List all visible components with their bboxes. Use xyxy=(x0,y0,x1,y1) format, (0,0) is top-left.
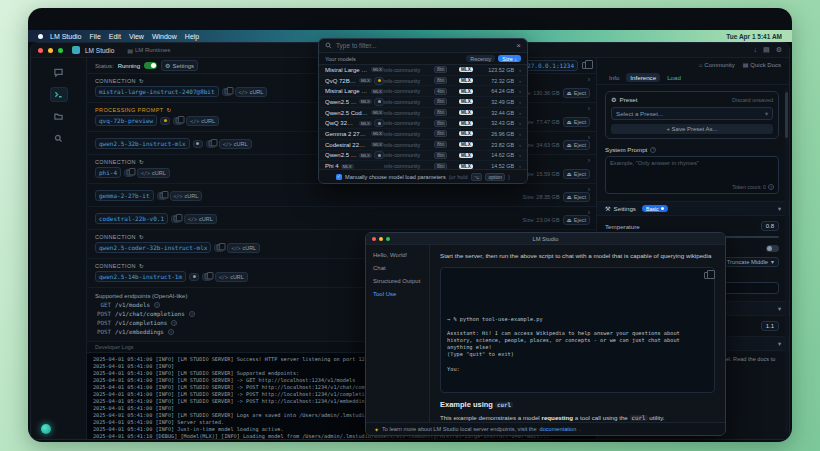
refresh-icon[interactable]: ↻ xyxy=(139,263,144,269)
minimize-window-button[interactable] xyxy=(48,48,53,53)
model-id-chip[interactable]: qwen2.5-32b-instruct-mlx xyxy=(95,138,190,149)
refresh-icon[interactable]: ↻ xyxy=(139,234,144,240)
model-list-item[interactable]: Qwen2.5 14B Instruct 1M MLX mlx-communit… xyxy=(319,151,527,162)
my-models-tab-icon[interactable] xyxy=(50,109,68,124)
settings-section-header[interactable]: ⚒ Settings Basic ▾ xyxy=(597,201,789,216)
menubar-item[interactable]: Edit xyxy=(109,33,121,40)
model-list-item[interactable]: Qwen2.5 Coder 32B Instruct MLX MLX mlx-c… xyxy=(319,108,527,119)
info-icon[interactable]: ? xyxy=(154,302,160,308)
limit-response-length-toggle[interactable] xyxy=(766,245,779,252)
chevron-down-icon[interactable]: ▾ xyxy=(778,305,781,312)
model-id-chip[interactable]: mistral-large-instruct-2407@8bit xyxy=(95,86,219,97)
server-status-indicator[interactable] xyxy=(41,424,51,434)
curl-button[interactable]: </> cURL xyxy=(235,87,268,97)
model-id-chip[interactable]: qvq-72b-preview xyxy=(95,115,157,126)
curl-button[interactable]: </> cURL xyxy=(137,168,170,178)
model-list-item[interactable]: Phi 4 MLX mlx-community 8bit MLX 14.52 G… xyxy=(319,161,527,169)
zoom-window-button[interactable] xyxy=(58,48,63,53)
docs-titlebar[interactable]: LM Studio xyxy=(366,233,725,245)
gear-icon[interactable]: ⚙ xyxy=(776,46,782,54)
server-settings-button[interactable]: ⚙ Settings xyxy=(161,60,198,71)
temperature-value[interactable]: 0.8 xyxy=(761,221,779,231)
developer-tab-icon[interactable] xyxy=(50,87,68,102)
curl-button[interactable]: </> cURL xyxy=(215,272,248,282)
basic-mode-toggle[interactable]: Basic xyxy=(642,205,668,212)
model-id-chip[interactable]: qwen2.5-coder-32b-instruct-mlx xyxy=(95,242,211,253)
refresh-icon[interactable]: ↻ xyxy=(139,159,144,165)
eject-button[interactable]: ⏏ Eject xyxy=(563,169,590,179)
copy-icon[interactable] xyxy=(157,192,167,200)
info-icon[interactable]: ? xyxy=(650,147,656,153)
discard-unsaved-link[interactable]: Discard unsaved xyxy=(732,97,773,103)
copy-icon[interactable] xyxy=(582,62,588,69)
info-icon[interactable]: ? xyxy=(189,311,195,317)
docs-nav-item[interactable]: Chat xyxy=(373,265,422,271)
curl-button[interactable]: </> cURL xyxy=(219,139,252,149)
menubar-item[interactable]: LM Studio xyxy=(50,33,82,40)
chevron-down-icon[interactable]: ▾ xyxy=(778,340,781,347)
model-list-item[interactable]: Mistral Large Instruct 2407 MLX mlx-comm… xyxy=(319,65,527,76)
menubar-item[interactable]: File xyxy=(90,33,101,40)
manual-load-checkbox[interactable]: ✓ xyxy=(336,174,342,180)
model-id-chip[interactable]: gemma-2-27b-it xyxy=(95,190,154,201)
sort-size-button[interactable]: Size ↓ xyxy=(498,55,521,62)
model-list-item[interactable]: QvQ 72B Preview MLX mlx-community 8bit M… xyxy=(319,76,527,87)
model-id-chip[interactable]: phi-4 xyxy=(95,167,121,178)
chat-tab-icon[interactable] xyxy=(50,65,68,80)
eject-button[interactable]: ⏏ Eject xyxy=(563,117,590,127)
refresh-icon[interactable]: ↻ xyxy=(167,107,172,113)
model-search-input[interactable]: Type to filter... xyxy=(336,42,376,49)
model-list-item[interactable]: Mistral Large Instruct 2407 MLX mlx-comm… xyxy=(319,86,527,97)
docs-content[interactable]: Start the server, then run the above scr… xyxy=(430,245,725,422)
documentation-link[interactable]: documentation xyxy=(540,426,577,432)
menubar-item[interactable]: Help xyxy=(185,33,199,40)
docs-nav-item[interactable]: Hello, World! xyxy=(373,252,422,258)
copy-icon[interactable] xyxy=(206,140,216,148)
copy-icon[interactable] xyxy=(124,169,134,177)
sort-recency-button[interactable]: Recency xyxy=(466,55,495,62)
eject-button[interactable]: ⏏ Eject xyxy=(563,88,590,98)
copy-icon[interactable] xyxy=(171,215,181,223)
settings-tab[interactable]: Inference xyxy=(626,73,660,82)
system-prompt-input[interactable]: Example, "Only answer in rhymes" Token c… xyxy=(605,156,779,194)
curl-button[interactable]: </> cURL xyxy=(184,214,217,224)
eject-button[interactable]: ⏏ Eject xyxy=(563,192,590,202)
refresh-icon[interactable]: ↻ xyxy=(139,78,144,84)
close-icon[interactable]: × xyxy=(516,41,521,50)
apple-icon[interactable] xyxy=(38,34,43,39)
model-id-chip[interactable]: codestral-22b-v0.1 xyxy=(95,213,168,224)
lm-runtimes-button[interactable]: ▤ LM Runtimes xyxy=(127,47,170,54)
chevron-right-icon[interactable]: › xyxy=(588,76,590,83)
info-icon[interactable]: ? xyxy=(168,329,174,335)
copy-icon[interactable] xyxy=(214,244,224,252)
model-list-item[interactable]: Gemma 2 27B Instruct MLX mlx-community 8… xyxy=(319,129,527,140)
save-preset-button[interactable]: + Save Preset As... xyxy=(611,124,773,134)
community-link[interactable]: ⌂ Community xyxy=(699,62,735,68)
server-request-row[interactable]: ↻ codestral-22b-v0.1 </> cURL xyxy=(87,207,596,230)
close-window-button[interactable] xyxy=(38,48,43,53)
docs-nav-item[interactable]: Tool Use xyxy=(373,291,422,297)
settings-tab[interactable]: Info xyxy=(605,73,623,82)
download-icon[interactable]: ↓ xyxy=(754,46,758,54)
quick-docs-link[interactable]: ▤ Quick Docs xyxy=(743,61,781,68)
docs-nav-item[interactable]: Structured Output xyxy=(373,278,422,284)
chevron-right-icon[interactable]: › xyxy=(588,157,590,164)
eject-button[interactable]: ⏏ Eject xyxy=(563,140,590,150)
eject-button[interactable]: ⏏ Eject xyxy=(563,215,590,225)
model-id-chip[interactable]: qwen2.5-14b-instruct-1m xyxy=(95,271,186,282)
copy-icon[interactable] xyxy=(222,88,232,96)
chevron-right-icon[interactable]: › xyxy=(588,105,590,112)
repeat-penalty-value[interactable]: 1.1 xyxy=(761,321,779,331)
info-icon[interactable]: ? xyxy=(768,184,774,190)
model-list-item[interactable]: QwQ 32B Preview MLX mlx-community 8bit M… xyxy=(319,118,527,129)
chevron-down-icon[interactable]: ▾ xyxy=(778,205,781,212)
apps-icon[interactable]: ▤ xyxy=(763,46,770,54)
copy-icon[interactable] xyxy=(704,272,710,279)
server-request-row[interactable]: ↻ gemma-2-27b-it </> cURL xyxy=(87,184,596,207)
menubar-item[interactable]: View xyxy=(129,33,144,40)
info-icon[interactable]: ? xyxy=(171,320,177,326)
menubar-item[interactable]: Window xyxy=(152,33,177,40)
model-list-item[interactable]: Codestral 22B v0.1 MLX mlx-community 8bi… xyxy=(319,140,527,151)
model-list-item[interactable]: Qwen2.5 32B Instruct MLX MLX mlx-communi… xyxy=(319,97,527,108)
copy-icon[interactable] xyxy=(173,117,183,125)
